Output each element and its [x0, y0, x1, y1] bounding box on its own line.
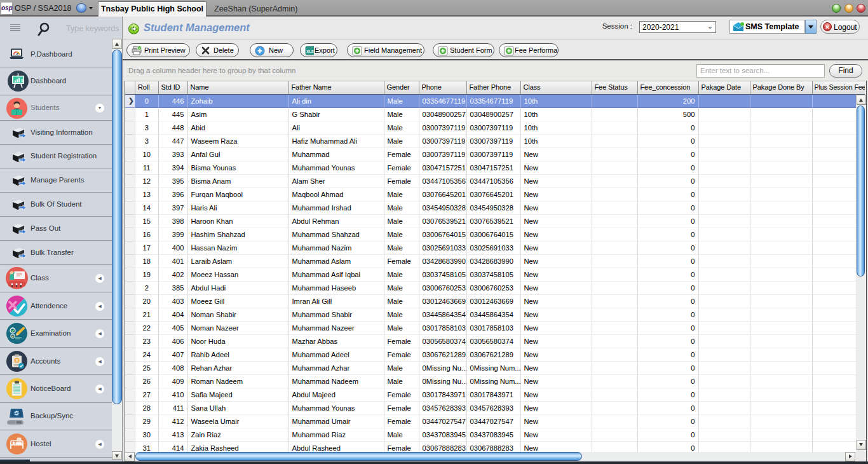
svg-text:XLSX: XLSX: [306, 50, 314, 53]
svg-text:$: $: [21, 78, 24, 83]
